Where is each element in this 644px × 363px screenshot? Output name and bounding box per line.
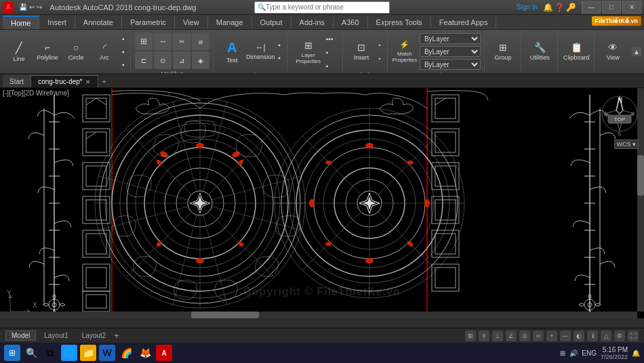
osnap-toggle[interactable]: ⊙ <box>519 330 530 341</box>
tab-insert[interactable]: Insert <box>39 16 75 29</box>
dimension-button[interactable]: ↔| Dimension <box>247 33 274 70</box>
axis-y-label: Y <box>7 289 12 297</box>
taskbar-taskview[interactable]: ⧉ <box>42 345 58 361</box>
tab-home[interactable]: Home <box>3 16 39 29</box>
layout2-tab[interactable]: Layout2 <box>77 331 112 340</box>
search-input[interactable] <box>266 3 374 11</box>
windows-start-button[interactable]: ⊞ <box>4 345 20 361</box>
modify-btn-3[interactable]: ✂ <box>173 33 190 50</box>
tab-featuredapps[interactable]: Featured Apps <box>431 16 497 29</box>
otrack-toggle[interactable]: ∞ <box>533 330 544 341</box>
layer-properties-button[interactable]: ⊞ LayerProperties <box>295 33 322 71</box>
layer-btn-2[interactable]: ▪ <box>323 46 336 58</box>
modify-btn-1[interactable]: ⊞ <box>135 33 153 50</box>
dynmode-toggle[interactable]: + <box>546 330 557 341</box>
tab-cong-truc-dep[interactable]: cong-truc-dep* ✕ <box>31 75 98 87</box>
view-label: View <box>607 54 620 61</box>
sign-in[interactable]: Sign In <box>517 3 538 11</box>
title-text: Autodesk AutoCAD 2018 cong-truc-dep.dwg <box>50 3 197 12</box>
modify-btn-7[interactable]: ⊿ <box>173 51 190 69</box>
insert-button[interactable]: ⊡ Insert <box>348 33 375 70</box>
taskbar-word[interactable]: W <box>99 345 115 361</box>
taskbar-autocad[interactable]: A <box>156 345 172 361</box>
view-button[interactable]: 👁 View <box>599 33 626 70</box>
modify-btn-4[interactable]: ⌀ <box>192 33 209 50</box>
taskbar-firefox[interactable]: 🦊 <box>137 345 153 361</box>
polyline-button[interactable]: ⌐ Polyline <box>34 33 61 70</box>
bylayer-dropdown-3[interactable]: ByLayer <box>420 59 481 70</box>
taskbar-explorer[interactable]: 📁 <box>80 345 96 361</box>
modify-btn-8[interactable]: ◈ <box>192 51 209 69</box>
modify-btn-5[interactable]: ⊏ <box>135 51 153 69</box>
anno-more-2[interactable]: ▪ <box>275 52 283 64</box>
block-btn-1[interactable]: ▪ <box>376 39 384 51</box>
circle-button[interactable]: ○ Circle <box>62 33 89 70</box>
wcs-label[interactable]: WCS ▾ <box>614 140 639 149</box>
transparency-toggle[interactable]: ◐ <box>573 330 584 341</box>
layer-btn-3[interactable]: ▪ <box>323 60 336 72</box>
ortho-toggle[interactable]: ⊥ <box>492 330 503 341</box>
group-button[interactable]: ⊞ Group <box>489 33 517 70</box>
snap-toggle[interactable]: ⊞ <box>465 330 476 341</box>
canvas-area[interactable]: [-][Top][2D Wireframe] <box>0 88 644 318</box>
line-button[interactable]: ╱ Line <box>5 33 33 70</box>
block-btn-2[interactable]: ▪ <box>376 52 384 64</box>
utilities-label: Utilities <box>530 54 550 61</box>
taskbar: ⊞ 🔍 ⧉ 🌐 📁 W 🌈 🦊 A ⊞ 🔊 ENG 5:16 PM 7/26/2… <box>0 343 644 363</box>
bylayer-dropdown-2[interactable]: ByLayer <box>420 46 481 57</box>
model-tab[interactable]: Model <box>5 330 36 341</box>
vertical-scrollbar-thumb[interactable] <box>637 155 644 196</box>
tab-a360[interactable]: A360 <box>334 16 368 29</box>
language-indicator[interactable]: ENG <box>582 349 597 357</box>
ribbon-group-modify: ⊞ ↔ ✂ ⌀ ⊏ ⊙ ⊿ ◈ Modify ▾ <box>132 31 214 72</box>
title-search[interactable]: 🔍 <box>254 1 390 14</box>
tab-parametric[interactable]: Parametric <box>122 16 175 29</box>
notification-icon[interactable]: 🔔 <box>632 349 640 357</box>
grid-toggle[interactable]: # <box>479 330 489 341</box>
tab-view[interactable]: View <box>175 16 208 29</box>
volume-icon[interactable]: 🔊 <box>569 349 578 357</box>
taskbar-chrome[interactable]: 🌈 <box>118 345 134 361</box>
compass: N S E W TOP <box>601 93 639 141</box>
layer-btn-1[interactable]: ▪▪▪ <box>323 33 336 45</box>
layout1-tab[interactable]: Layout1 <box>39 331 74 340</box>
minimize-button[interactable]: — <box>582 1 601 14</box>
tab-expresstools[interactable]: Express Tools <box>368 16 431 29</box>
arc-button[interactable]: ◜ Arc <box>91 33 118 70</box>
tab-manage[interactable]: Manage <box>208 16 252 29</box>
tab-start[interactable]: Start <box>3 75 31 87</box>
modify-btn-6[interactable]: ⊙ <box>154 51 172 69</box>
polar-toggle[interactable]: ∠ <box>506 330 517 341</box>
tab-annotate[interactable]: Annotate <box>75 16 122 29</box>
ribbon-collapse-button[interactable]: ▲ <box>632 47 641 56</box>
add-layout-button[interactable]: + <box>114 331 119 341</box>
anno-more-1[interactable]: ▪ <box>275 39 283 51</box>
text-button[interactable]: A Text <box>218 33 245 70</box>
maximize-button[interactable]: □ <box>602 1 621 14</box>
tab-add-button[interactable]: + <box>98 75 110 87</box>
draw-more-2[interactable]: ▪ <box>119 45 127 58</box>
time-display: 5:16 PM <box>601 346 628 354</box>
taskbar-search[interactable]: 🔍 <box>23 345 39 361</box>
match-properties-button[interactable]: ⚡ MatchProperties <box>393 33 417 70</box>
horizontal-scrollbar[interactable] <box>0 312 637 318</box>
draw-more-1[interactable]: ▪ <box>119 33 127 45</box>
tab-close-icon[interactable]: ✕ <box>85 79 91 85</box>
bylayer-dropdown-1[interactable]: ByLayer <box>420 33 481 44</box>
tab-output[interactable]: Output <box>252 16 291 29</box>
modify-btn-2[interactable]: ↔ <box>154 33 172 50</box>
workspace[interactable]: ⚙ <box>614 330 625 341</box>
horizontal-scrollbar-thumb[interactable] <box>191 312 259 318</box>
tab-addins[interactable]: Add-ins <box>291 16 334 29</box>
qprop-toggle[interactable]: ℹ <box>587 330 598 341</box>
group-label: Group <box>495 54 512 61</box>
svg-text:S: S <box>618 131 621 137</box>
utilities-button[interactable]: 🔧 Utilities <box>526 33 553 70</box>
fullscreen-toggle[interactable]: ⛶ <box>628 330 639 341</box>
draw-more-3[interactable]: ▪ <box>119 58 127 70</box>
close-button[interactable]: ✕ <box>622 1 641 14</box>
clipboard-button[interactable]: 📋 Clipboard <box>563 33 590 70</box>
taskbar-ie[interactable]: 🌐 <box>61 345 77 361</box>
annotation-scale[interactable]: △ <box>601 330 611 341</box>
lineweight-toggle[interactable]: — <box>560 330 571 341</box>
